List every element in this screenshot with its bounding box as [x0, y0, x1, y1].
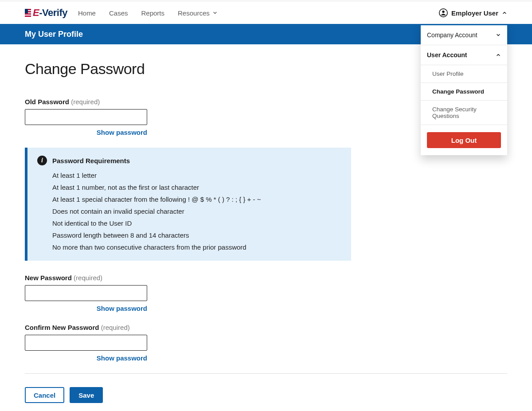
old-password-input[interactable]: [25, 109, 147, 125]
requirements-list: At least 1 letter At least 1 number, not…: [37, 172, 341, 251]
nav-home[interactable]: Home: [78, 9, 96, 17]
dropdown-change-security-questions[interactable]: Change Security Questions: [421, 101, 507, 125]
dropdown-company-account[interactable]: Company Account: [421, 25, 507, 45]
dropdown-user-account-label: User Account: [427, 51, 467, 59]
requirement-item: At least 1 number, not as the first or l…: [52, 184, 341, 191]
requirements-heading: Password Requirements: [52, 157, 130, 164]
save-button[interactable]: Save: [70, 387, 103, 403]
requirements-heading-row: i Password Requirements: [37, 156, 341, 165]
requirement-item: At least 1 special character from the fo…: [52, 196, 341, 203]
top-navigation: E-Verify Home Cases Reports Resources Em…: [0, 2, 532, 24]
brand-logo-verify: Verify: [42, 7, 67, 19]
password-requirements-box: i Password Requirements At least 1 lette…: [25, 148, 351, 261]
nav-cases[interactable]: Cases: [109, 9, 128, 17]
dropdown-change-password[interactable]: Change Password: [421, 83, 507, 101]
user-menu-trigger[interactable]: Employer User: [439, 8, 507, 17]
confirm-password-label: Confirm New Password (required): [25, 324, 507, 331]
requirement-item: Password length between 8 and 14 charact…: [52, 231, 341, 239]
brand-logo-e: E: [33, 7, 39, 19]
dropdown-company-account-label: Company Account: [427, 31, 477, 39]
flag-icon: [25, 9, 31, 17]
requirement-item: Not identical to the User ID: [52, 219, 341, 227]
logout-button[interactable]: Log Out: [427, 132, 501, 148]
svg-point-1: [442, 11, 445, 13]
nav-resources[interactable]: Resources: [178, 9, 218, 17]
requirement-item: At least 1 letter: [52, 172, 341, 179]
brand-logo-dash: -: [39, 7, 42, 19]
dropdown-user-profile[interactable]: User Profile: [421, 65, 507, 83]
nav-reports[interactable]: Reports: [141, 9, 165, 17]
primary-nav: Home Cases Reports Resources: [78, 9, 218, 17]
chevron-up-icon: [502, 10, 507, 16]
confirm-password-group: Confirm New Password (required) Show pas…: [25, 324, 507, 362]
new-password-input[interactable]: [25, 285, 147, 301]
chevron-down-icon: [496, 32, 501, 38]
form-actions: Cancel Save: [25, 387, 507, 403]
requirement-item: No more than two consecutive characters …: [52, 243, 341, 251]
new-password-label: New Password (required): [25, 274, 507, 282]
chevron-down-icon: [212, 10, 218, 16]
new-password-label-text: New Password: [25, 274, 72, 282]
dropdown-user-account[interactable]: User Account: [421, 45, 507, 65]
old-password-label-text: Old Password: [25, 98, 69, 106]
confirm-password-label-text: Confirm New Password: [25, 324, 99, 331]
brand-logo[interactable]: E-Verify: [25, 7, 67, 19]
chevron-up-icon: [496, 52, 501, 58]
requirement-item: Does not contain an invalid special char…: [52, 207, 341, 215]
user-icon: [439, 8, 448, 17]
show-confirm-password[interactable]: Show password: [25, 354, 147, 362]
banner-title: My User Profile: [25, 30, 83, 39]
show-new-password[interactable]: Show password: [25, 305, 147, 312]
required-hint: (required): [101, 324, 130, 331]
user-dropdown: Company Account User Account User Profil…: [421, 24, 507, 155]
user-menu-label: Employer User: [451, 9, 498, 17]
nav-resources-label: Resources: [178, 9, 210, 17]
separator: [25, 373, 507, 374]
confirm-password-input[interactable]: [25, 335, 147, 351]
required-hint: (required): [74, 274, 102, 282]
cancel-button[interactable]: Cancel: [25, 387, 64, 403]
info-icon: i: [37, 156, 47, 165]
required-hint: (required): [71, 98, 100, 106]
new-password-group: New Password (required) Show password: [25, 274, 507, 312]
show-old-password[interactable]: Show password: [25, 129, 147, 136]
